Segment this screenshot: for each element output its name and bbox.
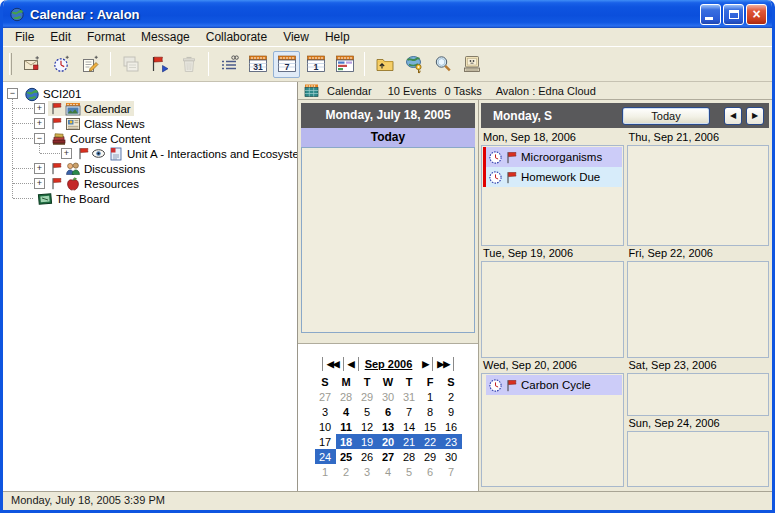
- mini-calendar-day[interactable]: 22: [420, 434, 441, 449]
- mini-calendar-day[interactable]: 20: [378, 434, 399, 449]
- mini-calendar-day[interactable]: 8: [420, 404, 441, 419]
- mini-calendar-day[interactable]: 26: [357, 449, 378, 464]
- event-item[interactable]: Microorganisms: [486, 147, 622, 167]
- mini-calendar-day[interactable]: 11: [336, 419, 357, 434]
- event-item[interactable]: Homework Due: [486, 167, 622, 187]
- parent-folder-button[interactable]: [371, 51, 398, 78]
- week-day-cell[interactable]: Carbon Cycle: [481, 373, 624, 487]
- week-day-cell[interactable]: [627, 261, 770, 358]
- day-view-button[interactable]: 1: [302, 51, 329, 78]
- menu-collaborate[interactable]: Collaborate: [198, 30, 275, 44]
- mini-calendar-day[interactable]: 3: [357, 464, 378, 479]
- schedule-view-button[interactable]: [331, 51, 358, 78]
- mini-calendar-day[interactable]: 4: [378, 464, 399, 479]
- expand-toggle[interactable]: −: [7, 88, 18, 99]
- week-day-cell[interactable]: [627, 431, 770, 487]
- new-event-button[interactable]: [19, 51, 46, 78]
- prev-week-button[interactable]: ◀: [724, 107, 742, 125]
- close-button[interactable]: ×: [746, 4, 767, 25]
- prev-month-button[interactable]: ◀: [344, 357, 359, 371]
- mini-calendar-day[interactable]: 1: [420, 389, 441, 404]
- next-year-button[interactable]: ▶▶: [433, 357, 454, 371]
- tree-item-class-news[interactable]: +Class News: [3, 116, 297, 131]
- week-day-cell[interactable]: [627, 373, 770, 416]
- week-day-cell[interactable]: MicroorganismsHomework Due: [481, 145, 624, 246]
- new-task-button[interactable]: [48, 51, 75, 78]
- minimize-button[interactable]: [700, 4, 721, 25]
- tree-item-resources[interactable]: +Resources: [3, 176, 297, 191]
- mini-calendar-day[interactable]: 7: [441, 464, 462, 479]
- mini-calendar-day[interactable]: 6: [420, 464, 441, 479]
- menu-help[interactable]: Help: [317, 30, 358, 44]
- prev-year-button[interactable]: ◀◀: [322, 357, 344, 371]
- title-bar[interactable]: Calendar : Avalon ×: [3, 0, 772, 28]
- menu-edit[interactable]: Edit: [42, 30, 79, 44]
- mini-calendar-day[interactable]: 13: [378, 419, 399, 434]
- new-note-button[interactable]: [77, 51, 104, 78]
- today-button[interactable]: Today: [622, 107, 710, 125]
- week-view-button[interactable]: 7: [273, 51, 300, 78]
- mini-calendar-day[interactable]: 31: [399, 389, 420, 404]
- mini-calendar-day[interactable]: 7: [399, 404, 420, 419]
- expand-toggle[interactable]: +: [34, 178, 45, 189]
- mini-calendar-day[interactable]: 21: [399, 434, 420, 449]
- mini-calendar-day[interactable]: 3: [315, 404, 336, 419]
- week-day-cell[interactable]: [481, 261, 624, 358]
- mini-calendar-day[interactable]: 1: [315, 464, 336, 479]
- next-week-button[interactable]: ▶: [746, 107, 764, 125]
- menu-file[interactable]: File: [7, 30, 42, 44]
- mini-calendar-day[interactable]: 16: [441, 419, 462, 434]
- mini-calendar-day[interactable]: 30: [441, 449, 462, 464]
- next-month-button[interactable]: ▶: [418, 357, 433, 371]
- mini-calendar-day[interactable]: 29: [357, 389, 378, 404]
- mini-calendar-day[interactable]: 10: [315, 419, 336, 434]
- flag-button[interactable]: [146, 51, 173, 78]
- tree-item-discussions[interactable]: +Discussions: [3, 161, 297, 176]
- maximize-button[interactable]: [723, 4, 744, 25]
- search-button[interactable]: [429, 51, 456, 78]
- mini-calendar-day[interactable]: 5: [399, 464, 420, 479]
- tree-item-course-content[interactable]: −Course Content: [3, 131, 297, 146]
- mini-calendar-day[interactable]: 19: [357, 434, 378, 449]
- mini-calendar-day[interactable]: 28: [336, 389, 357, 404]
- menu-format[interactable]: Format: [79, 30, 133, 44]
- mini-calendar-day[interactable]: 29: [420, 449, 441, 464]
- menu-message[interactable]: Message: [133, 30, 198, 44]
- month-label-link[interactable]: Sep 2006: [359, 358, 419, 370]
- mini-calendar-day[interactable]: 12: [357, 419, 378, 434]
- list-view-button[interactable]: [215, 51, 242, 78]
- mini-calendar-day[interactable]: 27: [378, 449, 399, 464]
- tree-item-sci201[interactable]: −SCI201: [3, 86, 297, 101]
- expand-toggle[interactable]: +: [34, 118, 45, 129]
- mini-calendar-day[interactable]: 23: [441, 434, 462, 449]
- tree-item-the-board[interactable]: The Board: [3, 191, 297, 206]
- mini-calendar-day[interactable]: 9: [441, 404, 462, 419]
- mini-calendar-day[interactable]: 25: [336, 449, 357, 464]
- mini-calendar-day[interactable]: 24: [315, 449, 336, 464]
- mini-calendar-day[interactable]: 2: [336, 464, 357, 479]
- mini-calendar-day[interactable]: 30: [378, 389, 399, 404]
- mini-calendar-day[interactable]: 5: [357, 404, 378, 419]
- expand-toggle[interactable]: +: [61, 148, 72, 159]
- week-day-cell[interactable]: [627, 145, 770, 246]
- mini-calendar-day[interactable]: 14: [399, 419, 420, 434]
- menu-view[interactable]: View: [275, 30, 317, 44]
- toolbar-grip[interactable]: [9, 53, 12, 75]
- permissions-button[interactable]: [400, 51, 427, 78]
- mini-calendar-day[interactable]: 18: [336, 434, 357, 449]
- mini-calendar-day[interactable]: 28: [399, 449, 420, 464]
- mini-calendar-day[interactable]: 2: [441, 389, 462, 404]
- expand-toggle[interactable]: +: [34, 103, 45, 114]
- tree-item-calendar[interactable]: +Calendar: [3, 101, 297, 116]
- expand-toggle[interactable]: −: [34, 133, 45, 144]
- month-view-button[interactable]: 31: [244, 51, 271, 78]
- day-panel-body[interactable]: [301, 147, 475, 333]
- connected-button[interactable]: [458, 51, 485, 78]
- tree-item-unit-a-interactions-and-ecosystems[interactable]: +Unit A - Interactions and Ecosystems: [3, 146, 297, 161]
- event-item[interactable]: Carbon Cycle: [486, 375, 622, 395]
- mini-calendar-day[interactable]: 4: [336, 404, 357, 419]
- mini-calendar-day[interactable]: 27: [315, 389, 336, 404]
- expand-toggle[interactable]: +: [34, 163, 45, 174]
- mini-calendar-day[interactable]: 15: [420, 419, 441, 434]
- mini-calendar-day[interactable]: 17: [315, 434, 336, 449]
